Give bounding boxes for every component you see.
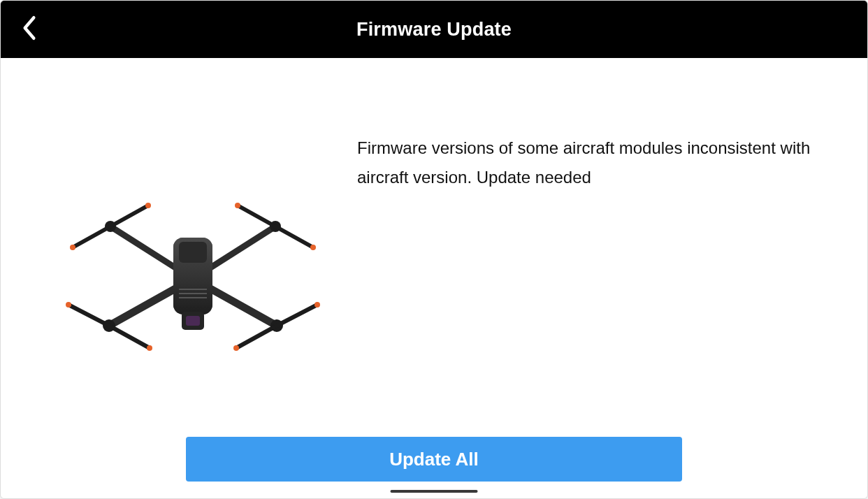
svg-line-9 (110, 205, 148, 226)
update-all-button[interactable]: Update All (186, 437, 682, 482)
aircraft-image (67, 205, 319, 352)
svg-point-17 (145, 203, 151, 208)
svg-line-11 (275, 226, 313, 247)
titlebar: Firmware Update (1, 1, 867, 58)
update-all-label: Update All (389, 449, 479, 470)
content-area: Firmware versions of some aircraft modul… (1, 58, 867, 437)
aircraft-image-column (29, 86, 357, 437)
svg-line-12 (68, 305, 109, 326)
svg-point-22 (233, 345, 239, 351)
svg-line-8 (73, 226, 110, 247)
chevron-left-icon (20, 15, 38, 44)
svg-point-19 (310, 245, 316, 250)
back-button[interactable] (20, 1, 62, 58)
svg-point-18 (235, 203, 240, 208)
page-title: Firmware Update (1, 19, 867, 41)
svg-rect-31 (186, 316, 200, 326)
svg-point-16 (70, 245, 75, 250)
firmware-status-message: Firmware versions of some aircraft modul… (357, 133, 818, 192)
bottom-action-area: Update All (1, 437, 867, 498)
svg-line-15 (277, 305, 317, 326)
svg-point-23 (314, 302, 320, 308)
message-column: Firmware versions of some aircraft modul… (357, 86, 839, 437)
svg-line-13 (109, 326, 150, 348)
svg-line-14 (236, 326, 277, 348)
svg-point-21 (147, 345, 152, 351)
svg-point-20 (66, 302, 71, 308)
svg-rect-26 (179, 242, 207, 263)
firmware-update-screen: Firmware Update (0, 0, 868, 499)
svg-line-10 (238, 205, 275, 226)
home-indicator (391, 490, 478, 493)
